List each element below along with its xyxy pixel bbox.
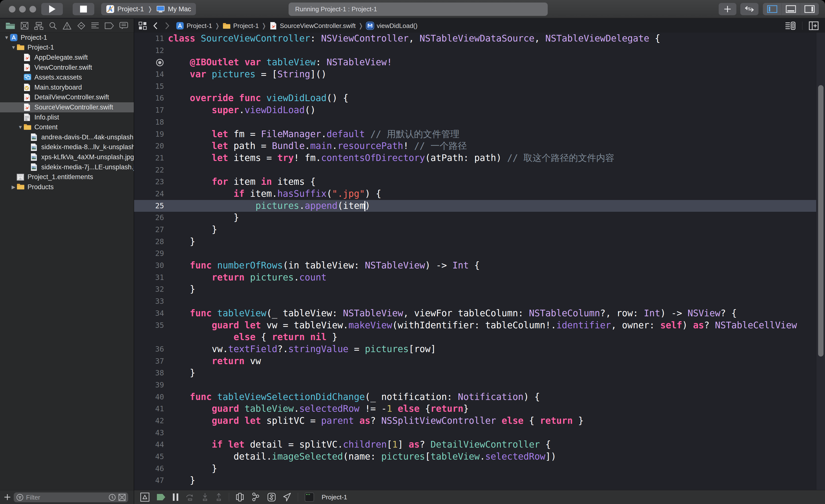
environment-overrides-button[interactable] bbox=[267, 492, 276, 502]
code-line[interactable]: 22 bbox=[134, 164, 825, 176]
nav-tab-issue-navigator[interactable] bbox=[63, 22, 71, 30]
code-line[interactable]: else { return nil } bbox=[134, 331, 825, 343]
code-line[interactable]: 34 func tableView(_ tableView: NSTableVi… bbox=[134, 308, 825, 320]
toggle-inspector-button[interactable] bbox=[800, 3, 819, 15]
code-line[interactable]: 45 detail.imageSelected(name: pictures[t… bbox=[134, 451, 825, 463]
code-line[interactable]: 43 bbox=[134, 427, 825, 439]
code-line[interactable]: 47 } bbox=[134, 475, 825, 487]
editor-scrollbar[interactable] bbox=[816, 33, 825, 490]
source-control-filter-icon[interactable] bbox=[118, 494, 126, 501]
memory-graph-button[interactable] bbox=[251, 492, 260, 502]
window-close-button[interactable] bbox=[9, 6, 15, 12]
code-line[interactable]: 28 } bbox=[134, 236, 825, 248]
window-minimize-button[interactable] bbox=[19, 6, 26, 12]
tree-item-info.plist[interactable]: Info.plist bbox=[0, 112, 134, 122]
tree-item-content[interactable]: ▼Content bbox=[0, 122, 134, 132]
step-into-button[interactable] bbox=[201, 493, 209, 501]
tree-item-andrea-davis-dt...4ak-unsplash.jpg[interactable]: andrea-davis-Dt...4ak-unsplash.jpg bbox=[0, 132, 134, 142]
stop-button[interactable] bbox=[73, 3, 94, 15]
editor-options-button[interactable] bbox=[785, 21, 796, 30]
code-line[interactable]: 23 for item in items { bbox=[134, 176, 825, 188]
disclosure-open-icon[interactable]: ▼ bbox=[17, 124, 23, 130]
nav-tab-project-navigator-active[interactable] bbox=[6, 22, 15, 30]
nav-tab-find-navigator[interactable] bbox=[49, 22, 57, 30]
code-line[interactable]: 17 super.viewDidLoad() bbox=[134, 104, 825, 116]
tree-item-products[interactable]: ▶Products bbox=[0, 182, 134, 192]
code-line[interactable]: 31 return pictures.count bbox=[134, 272, 825, 284]
tree-item-sidekix-media-8...llv_k-unsplash.jpg[interactable]: sidekix-media-8...llv_k-unsplash.jpg bbox=[0, 142, 134, 152]
nav-tab-source-control-navigator[interactable] bbox=[20, 22, 29, 30]
add-editor-button[interactable] bbox=[809, 21, 819, 30]
breadcrumb-viewdidload--[interactable]: viewDidLoad() bbox=[366, 21, 418, 30]
breadcrumb-project-1[interactable]: Project-1 bbox=[222, 22, 259, 30]
toggle-navigator-button[interactable] bbox=[763, 3, 781, 15]
disclosure-open-icon[interactable]: ▼ bbox=[3, 35, 10, 40]
nav-tab-debug-navigator[interactable] bbox=[91, 22, 99, 29]
pause-button[interactable] bbox=[172, 493, 179, 501]
code-line[interactable]: 11class SourceViewController: NSViewCont… bbox=[134, 33, 825, 45]
tree-item-main.storyboard[interactable]: Main.storyboard bbox=[0, 82, 134, 92]
tree-item-project-1[interactable]: ▼Project-1 bbox=[0, 43, 134, 53]
code-line[interactable]: 30 func numberOfRows(in tableView: NSTab… bbox=[134, 260, 825, 272]
tree-item-xps-klfkva_4axm-unsplash.jpg[interactable]: xps-kLfkVa_4aXM-unsplash.jpg bbox=[0, 152, 134, 162]
nav-tab-test-navigator[interactable] bbox=[77, 22, 85, 30]
code-line[interactable]: 29 bbox=[134, 248, 825, 260]
code-line[interactable]: 20 let path = Bundle.main.resourcePath! … bbox=[134, 140, 825, 152]
disclosure-closed-icon[interactable]: ▶ bbox=[10, 184, 17, 190]
related-items-icon[interactable] bbox=[139, 22, 147, 30]
code-line[interactable]: 15 bbox=[134, 80, 825, 92]
scrollbar-thumb[interactable] bbox=[818, 85, 824, 356]
code-line[interactable]: 36 vw.textField?.stringValue = pictures[… bbox=[134, 343, 825, 355]
code-line[interactable]: 19 let fm = FileManager.default // 用默认的文… bbox=[134, 128, 825, 140]
tree-item-project_1.entitlements[interactable]: Project_1.entitlements bbox=[0, 172, 134, 182]
code-line[interactable]: 26 } bbox=[134, 212, 825, 224]
simulate-location-button[interactable] bbox=[283, 492, 291, 502]
source-editor[interactable]: 11class SourceViewController: NSViewCont… bbox=[134, 33, 825, 490]
run-button[interactable] bbox=[41, 3, 63, 15]
step-over-button[interactable] bbox=[185, 493, 195, 501]
toggle-debug-area-button[interactable] bbox=[781, 3, 800, 15]
nav-tab-report-navigator[interactable] bbox=[119, 22, 128, 30]
code-line[interactable]: 42 guard let splitVC = parent as? NSSpli… bbox=[134, 415, 825, 427]
code-line[interactable]: 39 bbox=[134, 379, 825, 391]
debug-area-toggle-button[interactable] bbox=[140, 492, 150, 502]
code-line[interactable]: 24 if item.hasSuffix(".jpg") { bbox=[134, 188, 825, 200]
code-line[interactable]: 46 } bbox=[134, 463, 825, 475]
code-line[interactable]: 16 override func viewDidLoad() { bbox=[134, 92, 825, 104]
breakpoints-toggle-button[interactable] bbox=[156, 493, 166, 501]
back-button[interactable] bbox=[153, 22, 158, 29]
tree-item-sidekix-media-7j...le-unsplash.jpg[interactable]: sidekix-media-7j...LE-unsplash.jpg bbox=[0, 162, 134, 172]
view-hierarchy-button[interactable] bbox=[235, 492, 244, 502]
code-line[interactable]: @IBOutlet var tableView: NSTableView! bbox=[134, 57, 825, 69]
tree-item-project-1[interactable]: ▼Project-1 bbox=[0, 33, 134, 43]
tree-item-appdelegate.swift[interactable]: AppDelegate.swift bbox=[0, 53, 134, 63]
code-line[interactable]: 18 bbox=[134, 116, 825, 128]
add-file-button[interactable] bbox=[4, 494, 11, 501]
nav-tab-breakpoint-navigator[interactable] bbox=[104, 22, 114, 29]
forward-button[interactable] bbox=[165, 22, 169, 29]
navigator-filter-field[interactable]: Filter bbox=[14, 493, 128, 502]
library-add-button[interactable] bbox=[719, 3, 736, 15]
code-line[interactable]: 41 guard tableView.selectedRow != -1 els… bbox=[134, 403, 825, 415]
tree-item-viewcontroller.swift[interactable]: ViewController.swift bbox=[0, 63, 134, 73]
breadcrumb-sourceviewcontroller.swift[interactable]: SourceViewController.swift bbox=[269, 22, 356, 30]
tree-item-detailviewcontroller.swift[interactable]: DetailViewController.swift bbox=[0, 92, 134, 102]
breadcrumb-project-1[interactable]: Project-1 bbox=[176, 22, 212, 30]
code-line[interactable]: 40 func tableViewSelectionDidChange(_ no… bbox=[134, 391, 825, 403]
code-line[interactable]: 44 if let detail = splitVC.children[1] a… bbox=[134, 439, 825, 451]
code-line[interactable]: 21 let items = try! fm.contentsOfDirecto… bbox=[134, 152, 825, 164]
code-line[interactable]: 27 } bbox=[134, 224, 825, 236]
code-line[interactable]: 14 var pictures = [String]() bbox=[134, 69, 825, 80]
window-zoom-button[interactable] bbox=[29, 6, 36, 12]
code-line[interactable]: 38 } bbox=[134, 367, 825, 379]
nav-tab-symbol-navigator[interactable] bbox=[34, 22, 44, 30]
outlet-connection-indicator[interactable] bbox=[134, 57, 168, 69]
code-line[interactable]: 35 guard let vw = tableView.makeView(wit… bbox=[134, 320, 825, 332]
code-line[interactable]: 12 bbox=[134, 45, 825, 57]
code-line[interactable]: 37 return vw bbox=[134, 355, 825, 367]
code-line[interactable]: 32 } bbox=[134, 283, 825, 296]
scheme-selector[interactable]: Project-1 ❭ My Mac bbox=[101, 3, 196, 15]
recents-clock-icon[interactable] bbox=[108, 494, 116, 501]
code-line[interactable]: 33 bbox=[134, 296, 825, 308]
tree-item-assets.xcassets[interactable]: Assets.xcassets bbox=[0, 72, 134, 82]
